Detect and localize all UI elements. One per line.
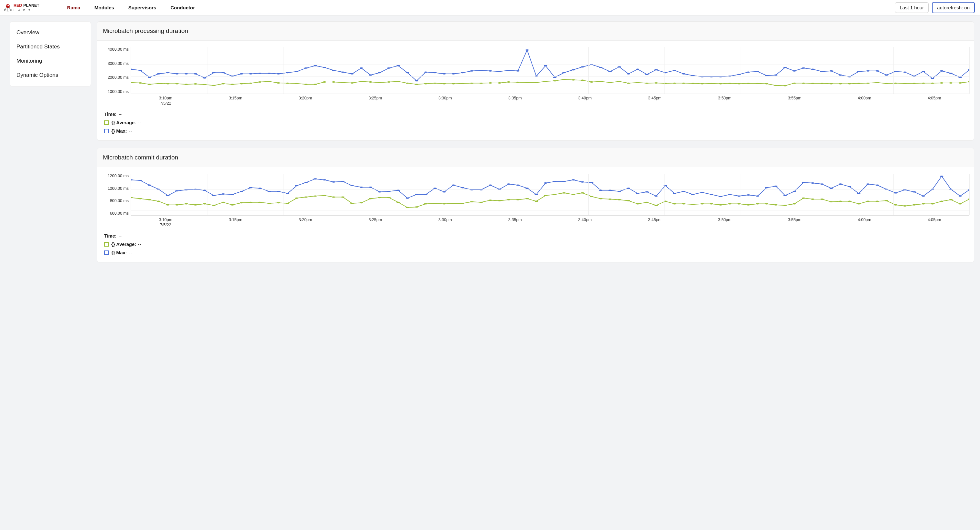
svg-point-127 (360, 81, 363, 82)
sidebar-item-partitioned-states[interactable]: Partitioned States (10, 40, 91, 54)
svg-point-167 (728, 83, 731, 84)
svg-point-84 (811, 69, 814, 70)
svg-point-190 (940, 82, 943, 84)
svg-point-26 (277, 73, 280, 75)
svg-point-28 (295, 71, 298, 72)
svg-point-150 (572, 80, 575, 81)
svg-point-333 (562, 192, 565, 194)
chart-title: Microbatch commit duration (97, 148, 974, 167)
svg-point-240 (553, 181, 557, 182)
svg-point-212 (295, 185, 298, 186)
brand-logo[interactable]: RED PLANET LABS (3, 2, 55, 13)
legend-max[interactable]: {} Max: -- (104, 127, 967, 135)
svg-point-293 (194, 204, 197, 206)
svg-point-16 (185, 73, 188, 75)
chart-legend: Time: -- {} Average: -- {} Max: -- (102, 105, 969, 137)
svg-point-313 (378, 197, 381, 198)
chart-plot[interactable] (130, 174, 969, 216)
svg-point-139 (470, 83, 474, 84)
legend-max[interactable]: {} Max: -- (104, 249, 967, 257)
svg-point-216 (332, 181, 335, 183)
svg-point-138 (461, 83, 464, 84)
chart-plot[interactable] (130, 47, 969, 94)
svg-point-206 (240, 191, 243, 192)
svg-point-249 (636, 193, 640, 194)
svg-point-287 (138, 198, 142, 199)
nav-item-modules[interactable]: Modules (88, 5, 121, 10)
y-tick: 2000.00 ms (108, 75, 129, 80)
autorefresh-toggle[interactable]: autorefresh: on (932, 2, 975, 13)
timerange-selector[interactable]: Last 1 hour (895, 2, 929, 13)
sidebar-item-overview[interactable]: Overview (10, 26, 91, 40)
svg-point-157 (636, 82, 640, 83)
svg-point-70 (682, 73, 685, 75)
svg-point-166 (719, 83, 722, 84)
svg-point-178 (829, 83, 832, 84)
svg-point-25 (267, 73, 270, 74)
svg-point-196 (148, 185, 151, 186)
svg-point-303 (286, 203, 289, 204)
svg-point-64 (627, 73, 630, 75)
svg-point-98 (940, 70, 943, 72)
y-tick: 1000.00 ms (108, 186, 129, 191)
svg-point-268 (811, 182, 814, 184)
legend-average[interactable]: {} Average: -- (104, 240, 967, 249)
svg-point-189 (931, 83, 934, 84)
nav-item-supervisors[interactable]: Supervisors (121, 5, 164, 10)
svg-point-300 (258, 202, 262, 203)
svg-point-198 (166, 195, 169, 196)
x-tick: 3:20pm (270, 217, 340, 227)
svg-point-354 (756, 203, 759, 204)
x-tick: 3:30pm (410, 96, 480, 105)
svg-point-19 (212, 72, 215, 73)
svg-point-291 (175, 204, 178, 206)
svg-point-238 (535, 194, 538, 195)
svg-point-184 (885, 83, 888, 84)
svg-point-242 (572, 179, 575, 180)
svg-point-34 (350, 73, 353, 75)
svg-point-254 (682, 191, 685, 192)
svg-point-307 (323, 195, 326, 196)
sidebar-item-dynamic-options[interactable]: Dynamic Options (10, 68, 91, 82)
topbar: RED PLANET LABS RamaModulesSupervisorsCo… (0, 0, 980, 16)
svg-text:RED: RED (14, 3, 22, 8)
svg-point-100 (958, 77, 962, 78)
nav-item-conductor[interactable]: Conductor (163, 5, 202, 10)
svg-point-96 (922, 71, 925, 72)
svg-point-67 (654, 69, 658, 70)
svg-point-42 (424, 71, 428, 73)
svg-point-282 (940, 176, 943, 177)
svg-point-61 (599, 67, 602, 68)
svg-point-116 (258, 81, 262, 83)
svg-point-316 (406, 207, 409, 208)
svg-point-58 (572, 69, 575, 70)
svg-point-14 (166, 72, 169, 73)
svg-point-148 (553, 80, 557, 81)
svg-point-330 (535, 200, 538, 202)
nav-item-rama[interactable]: Rama (60, 5, 88, 10)
svg-point-305 (304, 196, 307, 198)
svg-point-211 (286, 193, 289, 194)
svg-point-315 (396, 202, 400, 203)
svg-point-332 (553, 194, 557, 195)
svg-point-152 (590, 81, 593, 83)
svg-point-209 (267, 191, 270, 192)
svg-point-243 (581, 181, 584, 183)
svg-point-191 (949, 82, 953, 84)
svg-point-192 (958, 82, 962, 84)
svg-point-12 (148, 77, 151, 78)
x-tick: 3:30pm (410, 217, 480, 227)
sidebar-item-monitoring[interactable]: Monitoring (10, 54, 91, 68)
svg-point-76 (737, 74, 741, 75)
svg-point-164 (701, 83, 704, 84)
svg-point-181 (857, 83, 860, 84)
svg-point-374 (940, 200, 943, 202)
svg-point-119 (286, 83, 289, 84)
svg-point-6 (8, 5, 9, 6)
svg-point-69 (673, 70, 676, 71)
svg-point-38 (387, 67, 391, 69)
legend-average[interactable]: {} Average: -- (104, 118, 967, 127)
svg-point-66 (645, 74, 648, 75)
svg-point-123 (323, 81, 326, 83)
svg-point-55 (544, 65, 547, 67)
